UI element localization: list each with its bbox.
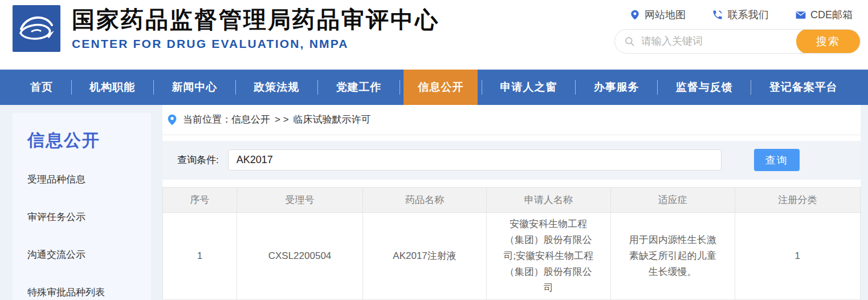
main-panel: 当前位置： 信息公开 > > 临床试验默示许可 查询条件: 查询 序号 受 [162, 105, 861, 300]
nav-item-supervision-feedback[interactable]: 监督与反馈 [662, 70, 747, 105]
sidebar: 信息公开 受理品种信息 审评任务公示 沟通交流公示 特殊审批品种列表 [13, 113, 151, 300]
sitemap-link[interactable]: 网站地图 [629, 8, 686, 22]
nav-item-policies[interactable]: 政策法规 [239, 70, 313, 105]
map-pin-icon [629, 9, 641, 21]
mail-icon [795, 9, 806, 21]
nav-separator [317, 80, 318, 95]
sidebar-item-accepted-products[interactable]: 受理品种信息 [27, 173, 151, 186]
nav-separator [575, 80, 576, 95]
cell-drug-name: AK2017注射液 [363, 212, 487, 299]
nav-separator [153, 80, 154, 95]
nav-item-applicant-window[interactable]: 申请人之窗 [486, 70, 572, 105]
page: 国家药品监督管理局药品审评中心 CENTER FOR DRUG EVALUATI… [0, 0, 868, 300]
nav-separator [235, 80, 236, 95]
site-search-button[interactable]: 搜索 [796, 29, 860, 54]
header: 国家药品监督管理局药品审评中心 CENTER FOR DRUG EVALUATI… [0, 0, 868, 70]
header-right: 网站地图 联系我们 CDE邮箱 搜索 [614, 0, 861, 54]
sidebar-item-special-approval-list[interactable]: 特殊审批品种列表 [27, 286, 151, 299]
nav-item-services[interactable]: 办事服务 [580, 70, 654, 105]
query-condition-label: 查询条件: [177, 153, 219, 167]
nav-separator [751, 80, 751, 95]
header-registration-class: 注册分类 [735, 187, 860, 212]
cell-indication: 用于因内源性生长激素缺乏所引起的儿童生长缓慢。 [610, 212, 735, 299]
breadcrumb-separator: > > [275, 114, 289, 125]
cde-mail-label: CDE邮箱 [810, 8, 853, 22]
quick-links: 网站地图 联系我们 CDE邮箱 [614, 0, 861, 22]
query-condition-input[interactable] [228, 149, 722, 171]
search-icon [624, 36, 635, 47]
header-applicant: 申请人名称 [486, 187, 610, 212]
cell-applicant: 安徽安科生物工程（集团）股份有限公司;安徽安科生物工程（集团）股份有限公司 [486, 212, 610, 299]
contact-link[interactable]: 联系我们 [712, 8, 768, 22]
nav-separator [71, 80, 72, 95]
nav-item-functions[interactable]: 机构职能 [75, 70, 149, 105]
site-titles: 国家药品监督管理局药品审评中心 CENTER FOR DRUG EVALUATI… [72, 7, 439, 51]
nav-item-party-building[interactable]: 党建工作 [321, 70, 396, 105]
cell-acceptance-no: CXSL2200504 [237, 212, 363, 299]
table-header-row: 序号 受理号 药品名称 申请人名称 适应症 注册分类 [163, 187, 861, 212]
phone-icon [712, 9, 723, 21]
sidebar-title: 信息公开 [27, 129, 151, 152]
main-nav: 首页 机构职能 新闻中心 政策法规 党建工作 信息公开 申请人之窗 办事服务 监… [0, 70, 868, 105]
site-subtitle: CENTER FOR DRUG EVALUATION, NMPA [72, 37, 439, 51]
sidebar-item-communication[interactable]: 沟通交流公示 [27, 248, 151, 261]
sitemap-label: 网站地图 [645, 8, 686, 22]
header-seq: 序号 [163, 187, 237, 212]
breadcrumb-section[interactable]: 信息公开 [231, 113, 270, 126]
content: 信息公开 受理品种信息 审评任务公示 沟通交流公示 特殊审批品种列表 当前位置：… [0, 105, 868, 300]
cell-registration-class: 1 [735, 212, 860, 299]
query-bar: 查询条件: 查询 [162, 141, 861, 180]
site-search-input[interactable] [635, 35, 796, 47]
breadcrumb-current: 临床试验默示许可 [294, 113, 371, 126]
header-acceptance-no: 受理号 [237, 187, 363, 212]
site-title: 国家药品监督管理局药品审评中心 [72, 7, 439, 32]
nav-separator [657, 80, 658, 95]
cde-mail-link[interactable]: CDE邮箱 [795, 8, 853, 22]
query-button[interactable]: 查询 [754, 149, 800, 171]
cell-seq: 1 [163, 212, 237, 299]
header-indication: 适应症 [610, 187, 735, 212]
nav-item-home[interactable]: 首页 [16, 70, 67, 105]
nav-separator [400, 80, 400, 95]
header-drug-name: 药品名称 [363, 187, 487, 212]
results-table: 序号 受理号 药品名称 申请人名称 适应症 注册分类 1 CXSL2200504… [162, 187, 861, 300]
cde-logo-icon [13, 5, 60, 52]
breadcrumb-location-label: 当前位置： [183, 113, 231, 126]
nav-item-registration-platform[interactable]: 登记备案平台 [755, 70, 852, 105]
site-search: 搜索 [614, 29, 861, 54]
table-row: 1 CXSL2200504 AK2017注射液 安徽安科生物工程（集团）股份有限… [163, 212, 861, 299]
nav-item-news[interactable]: 新闻中心 [157, 70, 231, 105]
contact-label: 联系我们 [727, 8, 768, 22]
location-pin-icon [166, 113, 178, 126]
nav-item-info-disclosure[interactable]: 信息公开 [404, 70, 478, 105]
nav-separator [482, 80, 482, 95]
sidebar-item-review-tasks[interactable]: 审评任务公示 [27, 210, 151, 224]
breadcrumb: 当前位置： 信息公开 > > 临床试验默示许可 [162, 105, 861, 135]
